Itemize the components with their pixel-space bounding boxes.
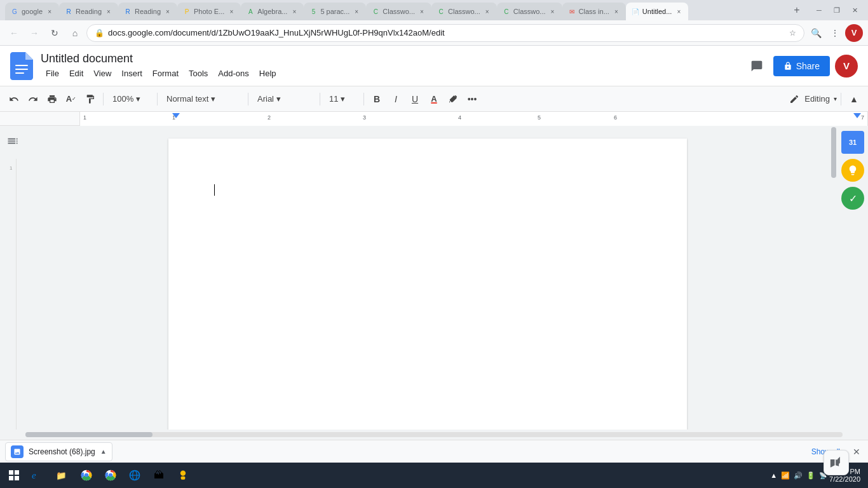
document-area[interactable] [25, 126, 830, 430]
h-scrollbar-thumb[interactable] [25, 432, 153, 437]
docs-container: Untitled document FileEditViewInsertForm… [0, 46, 868, 440]
menu-item-addons[interactable]: Add-ons [213, 67, 254, 80]
browser-profile-button[interactable]: V [845, 24, 863, 42]
tab-reading1[interactable]: RReading× [59, 3, 118, 20]
taskbar-up-arrow[interactable]: ▲ [770, 471, 777, 479]
editing-mode-button[interactable] [785, 90, 803, 108]
tab-classwo2[interactable]: CClasswo...× [431, 3, 497, 20]
tab-parac-close[interactable]: × [352, 7, 361, 16]
tab-reading1-close[interactable]: × [104, 7, 113, 16]
document-page[interactable] [168, 139, 687, 430]
tab-untitled[interactable]: 📄Untitled...× [626, 3, 688, 20]
close-button[interactable]: ✕ [846, 2, 863, 18]
svg-point-18 [180, 471, 186, 476]
comments-button[interactable] [745, 55, 768, 78]
menu-item-edit[interactable]: Edit [64, 67, 88, 80]
tab-google-label: google [22, 8, 43, 15]
google-keep-button[interactable] [841, 159, 864, 182]
style-dropdown[interactable]: Normal text ▾ [161, 90, 244, 108]
redo-button[interactable] [24, 90, 42, 108]
tab-photo-close[interactable]: × [227, 7, 236, 16]
toolbar-separator-2 [157, 93, 158, 105]
tab-google-close[interactable]: × [45, 7, 54, 16]
user-avatar[interactable]: V [835, 55, 858, 78]
taskbar-ie2[interactable] [123, 464, 146, 487]
address-bar-row: ← → ↻ ⌂ 🔒 docs.google.com/document/d/1Zb… [0, 20, 868, 46]
print-button[interactable] [43, 90, 61, 108]
menu-item-view[interactable]: View [88, 67, 116, 80]
browser-menu-icon[interactable]: ⋮ [826, 24, 844, 42]
tab-reading2[interactable]: RReading× [118, 3, 177, 20]
underline-button[interactable]: U [406, 90, 424, 108]
tab-reading2-close[interactable]: × [163, 7, 172, 16]
svg-point-14 [109, 474, 112, 477]
google-tasks-button[interactable]: ✓ [841, 187, 864, 210]
menu-item-format[interactable]: Format [147, 67, 184, 80]
docs-header: Untitled document FileEditViewInsertForm… [0, 46, 868, 86]
tab-classwo3[interactable]: CClasswo...× [497, 3, 562, 20]
download-chevron[interactable]: ▲ [100, 448, 107, 455]
taskbar-explorer[interactable]: 📁 [51, 464, 74, 487]
tab-parac[interactable]: 55 parac...× [304, 3, 366, 20]
zoom-dropdown[interactable]: 100% ▾ [107, 90, 153, 108]
taskbar-chrome1[interactable] [75, 464, 98, 487]
bold-button[interactable]: B [368, 90, 386, 108]
collapse-toolbar-button[interactable]: ▲ [845, 90, 863, 108]
share-button[interactable]: Share [773, 56, 830, 76]
tab-class-in-close[interactable]: × [612, 7, 621, 16]
text-cursor [214, 184, 215, 196]
tab-photo[interactable]: PPhoto E...× [177, 3, 241, 20]
ruler-content[interactable]: 1 1 2 3 4 5 6 7 [79, 112, 868, 126]
outline-button[interactable] [3, 131, 23, 151]
back-button[interactable]: ← [5, 24, 23, 42]
forward-button[interactable]: → [25, 24, 43, 42]
tab-classwo2-label: Classwo... [448, 8, 480, 15]
maximize-button[interactable]: ❐ [829, 2, 845, 18]
tab-classwo3-close[interactable]: × [548, 7, 557, 16]
toolbar-separator-6 [841, 93, 841, 105]
tab-classwo1-close[interactable]: × [417, 7, 426, 16]
taskbar-ie[interactable]: e [27, 464, 50, 487]
italic-button[interactable]: I [387, 90, 405, 108]
menu-item-file[interactable]: File [41, 67, 64, 80]
tab-google[interactable]: Ggoogle× [5, 3, 59, 20]
highlight-button[interactable] [444, 90, 462, 108]
start-button[interactable] [3, 464, 25, 487]
scrollbar-thumb[interactable] [831, 127, 836, 178]
docs-title[interactable]: Untitled document [41, 52, 738, 65]
taskbar-chrome2[interactable] [99, 464, 122, 487]
font-color-button[interactable]: A [425, 90, 443, 108]
more-formats-button[interactable]: ••• [463, 90, 481, 108]
home-button[interactable]: ⌂ [66, 24, 84, 42]
vertical-scrollbar[interactable] [830, 126, 837, 430]
tab-class-in[interactable]: ✉Class in...× [562, 3, 626, 20]
tab-algebra-close[interactable]: × [290, 7, 299, 16]
tab-classwo2-close[interactable]: × [483, 7, 492, 16]
font-size-dropdown[interactable]: 11 ▾ [324, 90, 360, 108]
minimize-button[interactable]: ─ [811, 2, 827, 18]
tab-untitled-close[interactable]: × [674, 7, 683, 16]
menu-item-help[interactable]: Help [254, 67, 281, 80]
browser-search-icon[interactable]: 🔍 [807, 24, 825, 42]
tab-classwo2-favicon: C [437, 7, 445, 16]
menu-item-tools[interactable]: Tools [184, 67, 213, 80]
taskbar-photos[interactable]: 🏔 [147, 464, 170, 487]
paint-format-button[interactable] [81, 90, 99, 108]
vertical-ruler: 1 [9, 159, 17, 430]
address-bar[interactable]: 🔒 docs.google.com/document/d/1ZbUwO19aaK… [86, 24, 804, 42]
tab-classwo1[interactable]: CClasswo...× [366, 3, 431, 20]
undo-button[interactable] [5, 90, 23, 108]
taskbar-agent[interactable] [172, 464, 194, 487]
refresh-button[interactable]: ↻ [46, 24, 64, 42]
tab-algebra[interactable]: AAlgebra...× [241, 3, 304, 20]
new-tab-button[interactable]: + [788, 1, 806, 19]
horizontal-scrollbar[interactable] [0, 430, 868, 440]
menu-item-insert[interactable]: Insert [116, 67, 147, 80]
tab-algebra-favicon: A [246, 7, 255, 16]
svg-text:📁: 📁 [56, 470, 67, 481]
close-notification-button[interactable]: ✕ [850, 445, 863, 458]
volume-icon: 🔊 [794, 471, 803, 480]
google-calendar-button[interactable]: 31 [841, 131, 864, 154]
spell-check-button[interactable]: A✓ [62, 90, 80, 108]
font-dropdown[interactable]: Arial ▾ [252, 90, 316, 108]
